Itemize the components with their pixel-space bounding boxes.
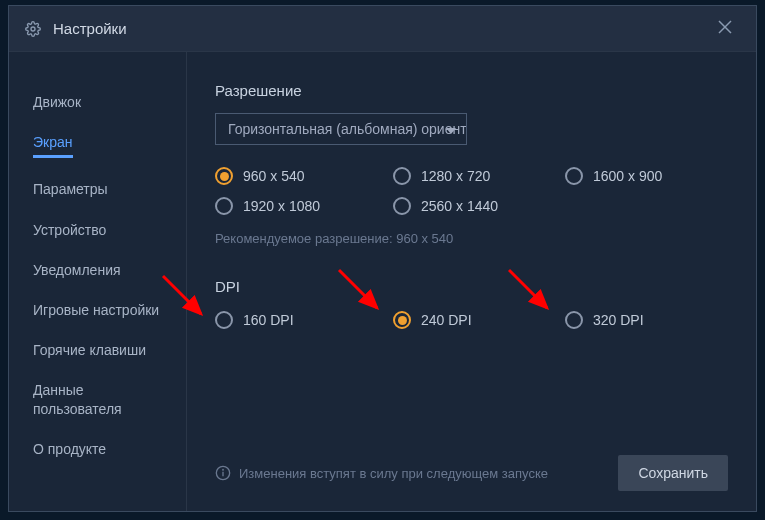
window-body: Движок Экран Параметры Устройство Уведом… <box>9 52 756 511</box>
sidebar-item-label: Параметры <box>33 181 108 197</box>
radio-label: 1280 x 720 <box>421 168 490 184</box>
resolution-radio-2560x1440[interactable]: 2560 x 1440 <box>393 197 565 215</box>
radio-circle-icon <box>565 167 583 185</box>
sidebar-item-device[interactable]: Устройство <box>9 210 186 250</box>
radio-label: 960 x 540 <box>243 168 305 184</box>
info-icon <box>215 465 231 481</box>
radio-circle-icon <box>565 311 583 329</box>
window-title: Настройки <box>53 20 710 37</box>
sidebar-item-label: Горячие клавиши <box>33 342 146 358</box>
radio-label: 320 DPI <box>593 312 644 328</box>
svg-point-8 <box>223 469 224 470</box>
sidebar-item-about[interactable]: О продукте <box>9 429 186 469</box>
save-button[interactable]: Сохранить <box>618 455 728 491</box>
resolution-radio-960x540[interactable]: 960 x 540 <box>215 167 393 185</box>
radio-label: 1600 x 900 <box>593 168 662 184</box>
radio-circle-icon <box>215 167 233 185</box>
footer-info-text: Изменения вступят в силу при следующем з… <box>239 466 618 481</box>
sidebar-item-game-settings[interactable]: Игровые настройки <box>9 290 186 330</box>
radio-circle-icon <box>393 311 411 329</box>
sidebar-item-label: Экран <box>33 134 73 150</box>
close-button[interactable] <box>710 14 740 43</box>
dpi-title: DPI <box>215 278 728 295</box>
gear-icon <box>25 21 41 37</box>
radio-label: 2560 x 1440 <box>421 198 498 214</box>
resolution-radio-1280x720[interactable]: 1280 x 720 <box>393 167 565 185</box>
sidebar: Движок Экран Параметры Устройство Уведом… <box>9 52 187 511</box>
resolution-recommendation: Рекомендуемое разрешение: 960 x 540 <box>215 231 728 246</box>
orientation-select[interactable]: Горизонтальная (альбомная) ориентация <box>215 113 467 145</box>
svg-point-0 <box>31 27 35 31</box>
resolution-radio-1600x900[interactable]: 1600 x 900 <box>565 167 728 185</box>
sidebar-item-screen[interactable]: Экран <box>9 122 186 169</box>
titlebar: Настройки <box>9 6 756 52</box>
dpi-section: DPI 160 DPI 240 DPI 320 DPI <box>215 278 728 329</box>
sidebar-item-label: Уведомления <box>33 262 121 278</box>
content-area: Разрешение Горизонтальная (альбомная) ор… <box>187 52 756 511</box>
resolution-options: 960 x 540 1280 x 720 1600 x 900 1920 x 1… <box>215 167 728 215</box>
sidebar-item-label: Движок <box>33 94 81 110</box>
sidebar-item-notifications[interactable]: Уведомления <box>9 250 186 290</box>
resolution-title: Разрешение <box>215 82 728 99</box>
sidebar-item-hotkeys[interactable]: Горячие клавиши <box>9 330 186 370</box>
radio-circle-icon <box>393 167 411 185</box>
settings-window: Настройки Движок Экран Параметры Устройс… <box>8 5 757 512</box>
radio-label: 160 DPI <box>243 312 294 328</box>
dpi-radio-160[interactable]: 160 DPI <box>215 311 393 329</box>
sidebar-item-user-data[interactable]: Данные пользователя <box>9 370 186 428</box>
resolution-radio-1920x1080[interactable]: 1920 x 1080 <box>215 197 393 215</box>
radio-circle-icon <box>393 197 411 215</box>
footer: Изменения вступят в силу при следующем з… <box>215 439 728 491</box>
radio-label: 240 DPI <box>421 312 472 328</box>
sidebar-item-parameters[interactable]: Параметры <box>9 169 186 209</box>
dpi-options: 160 DPI 240 DPI 320 DPI <box>215 311 728 329</box>
radio-label: 1920 x 1080 <box>243 198 320 214</box>
dpi-radio-320[interactable]: 320 DPI <box>565 311 728 329</box>
radio-circle-icon <box>215 311 233 329</box>
sidebar-item-label: Данные пользователя <box>33 382 122 416</box>
radio-circle-icon <box>215 197 233 215</box>
sidebar-item-engine[interactable]: Движок <box>9 82 186 122</box>
sidebar-item-label: Игровые настройки <box>33 302 159 318</box>
sidebar-item-label: О продукте <box>33 441 106 457</box>
sidebar-item-label: Устройство <box>33 222 106 238</box>
chevron-down-icon <box>446 121 456 137</box>
dpi-radio-240[interactable]: 240 DPI <box>393 311 565 329</box>
active-underline <box>33 155 73 158</box>
orientation-value: Горизонтальная (альбомная) ориентация <box>228 121 467 137</box>
